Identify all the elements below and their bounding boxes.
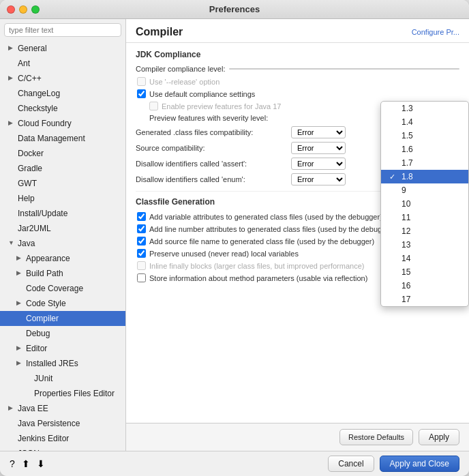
version-label: 13 (402, 240, 410, 250)
close-button[interactable] (7, 5, 15, 14)
version-1-8[interactable]: ✓ 1.8 (381, 170, 468, 183)
version-1-6[interactable]: 1.6 (381, 143, 468, 156)
sidebar-item-editor[interactable]: ▶ Editor (0, 341, 125, 356)
sidebar-item-general[interactable]: ▶ General (0, 41, 125, 56)
cb-store-params[interactable] (137, 273, 146, 282)
maximize-button[interactable] (31, 5, 40, 14)
main-content: ▶ General Ant ▶ C/C++ ChangeLog (0, 19, 469, 451)
sidebar-item-compiler[interactable]: Compiler (0, 311, 125, 326)
sidebar-item-properties-file-editor[interactable]: Properties Files Editor (0, 386, 125, 401)
sidebar-item-cloud-foundry[interactable]: ▶ Cloud Foundry (0, 116, 125, 131)
sidebar-item-build-path[interactable]: ▶ Build Path (0, 266, 125, 281)
cb-variable-attrs[interactable] (137, 212, 146, 221)
enable-preview-checkbox[interactable] (149, 102, 158, 110)
disallow-enum-label: Disallow identifiers called 'enum': (136, 175, 286, 183)
version-1-3[interactable]: 1.3 (381, 102, 468, 115)
filter-input[interactable] (4, 23, 121, 37)
restore-defaults-button[interactable]: Restore Defaults (339, 429, 413, 445)
version-13[interactable]: 13 (381, 238, 468, 252)
sidebar-item-installed-jres[interactable]: ▶ Installed JREs (0, 356, 125, 371)
use-default-checkbox[interactable] (137, 89, 146, 98)
version-label: 9 (402, 185, 406, 195)
sidebar-item-gradle[interactable]: Gradle (0, 161, 125, 176)
generated-class-select[interactable]: Error (291, 126, 346, 138)
sidebar-label: C/C++ (18, 72, 42, 85)
sidebar-item-help[interactable]: Help (0, 191, 125, 206)
version-11[interactable]: 11 (381, 211, 468, 224)
sidebar-item-debug[interactable]: Debug (0, 326, 125, 341)
version-16[interactable]: 16 (381, 279, 468, 293)
cb-inline-finally[interactable] (137, 261, 146, 270)
title-bar: Preferences (0, 0, 469, 19)
configure-link[interactable]: Configure Pr... (412, 28, 459, 36)
chevron-icon: ▶ (16, 269, 23, 278)
sidebar-item-jenkins-editor[interactable]: Jenkins Editor (0, 431, 125, 446)
sidebar-label: Java Persistence (18, 417, 80, 430)
version-dropdown[interactable]: 1.3 1.4 1.5 1.6 1.7 (380, 101, 469, 307)
sidebar-label: Debug (26, 327, 50, 340)
sidebar-item-java-ee[interactable]: ▶ Java EE (0, 401, 125, 416)
chevron-icon: ▶ (8, 404, 15, 413)
use-release-checkbox[interactable] (137, 77, 146, 86)
main-header: Compiler Configure Pr... (126, 19, 469, 43)
sidebar-label: General (18, 42, 47, 55)
cb2-label: Add line number attributes to generated … (149, 225, 395, 233)
help-icon[interactable]: ? (10, 458, 15, 469)
cb5-label: Inline finally blocks (larger class file… (149, 262, 364, 270)
sidebar-label: Java (18, 237, 35, 250)
sidebar-label: Help (18, 192, 35, 205)
version-15[interactable]: 15 (381, 265, 468, 279)
version-17[interactable]: 17 (381, 293, 468, 306)
use-release-label: Use '--release' option (149, 78, 220, 86)
version-1-4[interactable]: 1.4 (381, 115, 468, 129)
disallow-enum-select[interactable]: Error (291, 173, 346, 185)
import-icon[interactable]: ⬆ (22, 458, 30, 469)
sidebar-label: Data Management (18, 132, 85, 145)
sidebar-item-docker[interactable]: Docker (0, 146, 125, 161)
slider[interactable] (229, 68, 459, 70)
version-12[interactable]: 12 (381, 224, 468, 238)
cb-source-file[interactable] (137, 237, 146, 246)
version-label: 17 (402, 295, 410, 304)
version-9[interactable]: 9 (381, 183, 468, 197)
sidebar-label: Java EE (18, 402, 48, 415)
sidebar-item-java-persistence[interactable]: Java Persistence (0, 416, 125, 431)
export-icon[interactable]: ⬇ (37, 458, 45, 469)
sidebar-item-java[interactable]: ▼ Java (0, 236, 125, 251)
version-14[interactable]: 14 (381, 252, 468, 265)
sidebar-item-code-style[interactable]: ▶ Code Style (0, 296, 125, 311)
sidebar-item-ant[interactable]: Ant (0, 56, 125, 71)
version-label: 15 (402, 267, 410, 277)
apply-close-button[interactable]: Apply and Close (380, 456, 459, 472)
source-compat-select[interactable]: Error (291, 142, 346, 154)
version-10[interactable]: 10 (381, 197, 468, 211)
minimize-button[interactable] (19, 5, 27, 14)
sidebar-label: Docker (18, 147, 44, 160)
sidebar-item-checkstyle[interactable]: Checkstyle (0, 101, 125, 116)
sidebar-item-install-update[interactable]: Install/Update (0, 206, 125, 221)
sidebar: ▶ General Ant ▶ C/C++ ChangeLog (0, 19, 126, 451)
sidebar-tree: ▶ General Ant ▶ C/C++ ChangeLog (0, 41, 125, 451)
chevron-icon: ▶ (16, 254, 23, 263)
cancel-button[interactable]: Cancel (328, 456, 374, 472)
sidebar-label: Appearance (26, 252, 70, 265)
sidebar-item-junit[interactable]: JUnit (0, 371, 125, 386)
sidebar-item-appearance[interactable]: ▶ Appearance (0, 251, 125, 266)
compliance-level-label: Compiler compliance level: (136, 65, 225, 73)
disallow-assert-select[interactable]: Error (291, 158, 346, 170)
version-1-5[interactable]: 1.5 (381, 129, 468, 143)
sidebar-item-gwt[interactable]: GWT (0, 176, 125, 191)
sidebar-item-json[interactable]: JSON (0, 446, 125, 451)
sidebar-item-changelog[interactable]: ChangeLog (0, 86, 125, 101)
cb-line-number[interactable] (137, 224, 146, 233)
use-default-row: Use default compliance settings (136, 89, 459, 98)
sidebar-item-code-coverage[interactable]: Code Coverage (0, 281, 125, 296)
version-1-7[interactable]: 1.7 (381, 156, 468, 170)
sidebar-item-cpp[interactable]: ▶ C/C++ (0, 71, 125, 86)
sidebar-item-data-management[interactable]: Data Management (0, 131, 125, 146)
cb4-label: Preserve unused (never read) local varia… (149, 250, 299, 258)
sidebar-label: Properties Files Editor (34, 387, 115, 400)
sidebar-item-jar2uml[interactable]: Jar2UML (0, 221, 125, 236)
apply-button[interactable]: Apply (419, 429, 459, 445)
cb-preserve-unused[interactable] (137, 249, 146, 258)
